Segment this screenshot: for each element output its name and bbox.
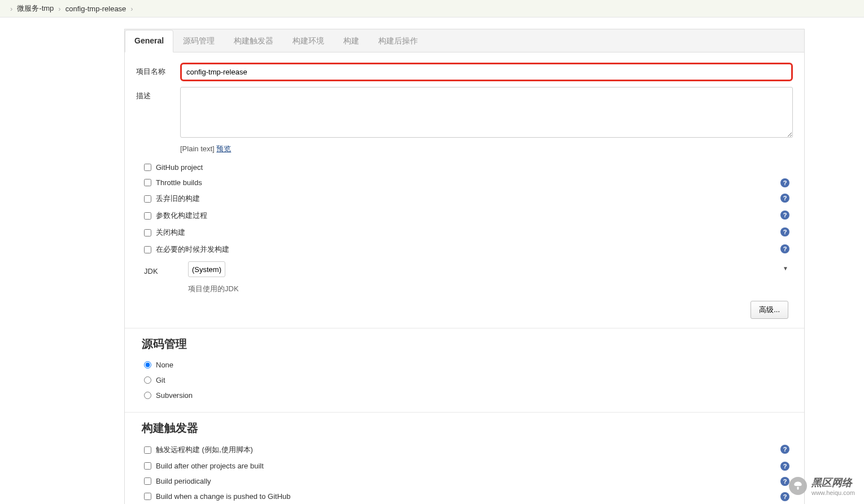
watermark-url: www.heiqu.com [811,489,855,496]
checkbox-row: 丢弃旧的构建? [136,190,793,207]
tab-env[interactable]: 构建环境 [283,30,334,52]
trigger-label: Build periodically [156,477,211,485]
chevron-right-icon: › [58,5,60,13]
checkbox-label: 丢弃旧的构建 [156,194,200,204]
tab-general[interactable]: General [125,30,173,52]
help-icon[interactable]: ? [780,244,789,253]
checkbox-label: 在必要的时候并发构建 [156,244,229,255]
triggers-section-title: 构建触发器 [136,413,793,441]
checkbox-input[interactable] [144,195,151,203]
checkbox-row: GitHub project [136,160,793,175]
checkbox-input[interactable] [144,179,151,186]
tab-scm[interactable]: 源码管理 [173,30,224,52]
trigger-label: 触发远程构建 (例如,使用脚本) [156,445,253,455]
tab-triggers[interactable]: 构建触发器 [224,30,283,52]
preview-link[interactable]: 预览 [216,144,231,153]
help-icon[interactable]: ? [780,211,789,220]
advanced-button[interactable]: 高级... [750,301,788,319]
tab-post[interactable]: 构建后操作 [369,30,427,52]
mushroom-icon [789,477,807,495]
trigger-checkbox[interactable] [144,462,151,470]
help-icon[interactable]: ? [780,477,789,486]
scm-radio-row: None [136,357,793,372]
checkbox-label: Throttle builds [156,178,202,187]
trigger-row: Build after other projects are built? [136,458,793,474]
scm-radio-label: Subversion [156,391,193,400]
trigger-row: Build when a change is pushed to GitHub? [136,489,793,504]
trigger-checkbox[interactable] [144,446,151,454]
checkbox-label: 关闭构建 [156,227,185,238]
trigger-checkbox[interactable] [144,477,151,485]
help-icon[interactable]: ? [780,227,789,236]
checkbox-row: 关闭构建? [136,224,793,241]
checkbox-input[interactable] [144,246,151,253]
checkbox-row: Throttle builds? [136,175,793,190]
trigger-row: 触发远程构建 (例如,使用脚本)? [136,441,793,458]
jdk-select[interactable]: (System) [188,261,225,277]
checkbox-input[interactable] [144,164,151,171]
watermark-title: 黑区网络 [811,476,855,489]
checkbox-label: 参数化构建过程 [156,211,207,221]
trigger-row: Build periodically? [136,474,793,489]
help-icon[interactable]: ? [780,178,789,187]
trigger-checkbox[interactable] [144,493,151,500]
scm-radio[interactable] [144,392,151,399]
jdk-hint: 项目使用的JDK [188,284,793,294]
breadcrumb-item-2[interactable]: config-tmp-release [66,5,126,13]
checkbox-label: GitHub project [156,163,203,172]
help-icon[interactable]: ? [780,194,789,203]
project-name-input[interactable] [180,63,793,81]
scm-section-title: 源码管理 [136,328,793,357]
trigger-label: Build after other projects are built [156,462,264,470]
help-icon[interactable]: ? [780,492,789,501]
description-textarea[interactable] [180,87,793,138]
checkbox-input[interactable] [144,229,151,236]
checkbox-input[interactable] [144,212,151,220]
breadcrumb-item-1[interactable]: 微服务-tmp [17,3,54,14]
plain-text-label: [Plain text] [180,144,215,153]
scm-radio-row: Subversion [136,388,793,403]
help-icon[interactable]: ? [780,445,789,454]
scm-radio-label: None [156,361,173,369]
help-icon[interactable]: ? [780,462,789,471]
scm-radio-label: Git [156,376,165,384]
checkbox-row: 参数化构建过程? [136,207,793,224]
general-section: 项目名称 描述 [Plain text] 预览 GitHub projectTh… [125,52,804,328]
chevron-right-icon: › [130,5,133,13]
tab-bar: General 源码管理 构建触发器 构建环境 构建 构建后操作 [125,29,804,52]
config-panel: General 源码管理 构建触发器 构建环境 构建 构建后操作 项目名称 描述… [124,29,805,504]
scm-radio-row: Git [136,372,793,388]
jdk-label: JDK [136,263,188,275]
scm-radio[interactable] [144,361,151,369]
description-label: 描述 [136,87,180,101]
trigger-label: Build when a change is pushed to GitHub [156,492,291,501]
chevron-right-icon: › [10,5,12,13]
checkbox-row: 在必要的时候并发构建? [136,241,793,258]
scm-radio[interactable] [144,376,151,384]
breadcrumb: › 微服务-tmp › config-tmp-release › [0,0,864,17]
watermark: 黑区网络 www.heiqu.com [789,476,855,496]
project-name-label: 项目名称 [136,63,180,77]
tab-build[interactable]: 构建 [334,30,369,52]
